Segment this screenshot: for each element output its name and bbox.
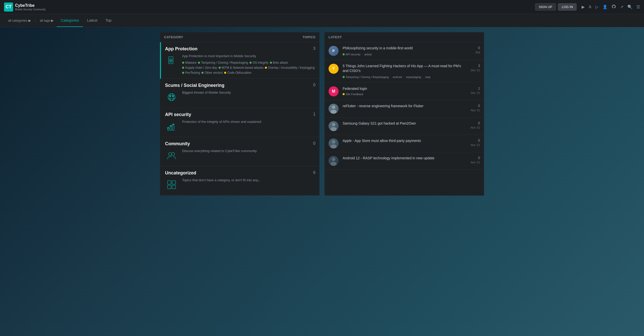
category-count-api: 1: [313, 112, 315, 117]
tag-list-app-protection: Malware Tampering / Cloning / Repackagin…: [182, 61, 315, 74]
logo-sub: Mobile Security Community: [15, 8, 46, 11]
user-icon[interactable]: 👤: [602, 5, 608, 9]
reply-date-6: Nov '21: [471, 161, 480, 164]
signup-button[interactable]: SIGN UP: [535, 3, 556, 11]
latest-title-1[interactable]: 5 Things John Learned Fighting Hackers o…: [343, 64, 468, 73]
latest-content-2: Federated login Site Feedback: [343, 86, 468, 96]
category-desc-community: Discuss everything related to CybeTribe …: [182, 149, 315, 153]
category-title-row-community: Community 0: [165, 141, 315, 146]
svg-point-20: [331, 110, 337, 114]
tag-mitm[interactable]: MiTM & Network-based attacks: [219, 66, 264, 69]
meta-tag-1-category[interactable]: Tampering / Cloning / Repackaging: [343, 76, 389, 79]
tab-top[interactable]: Top: [101, 14, 115, 27]
category-body-app-protection: App Protection is most important in Mobi…: [165, 54, 315, 74]
svg-rect-17: [168, 185, 171, 189]
logo-icon[interactable]: CT: [4, 3, 13, 12]
latest-title-5[interactable]: Apple - App Store must allow third-party…: [343, 138, 468, 143]
latest-content-4: Samsung Galaxy S21 got hacked at Pwn2Own: [343, 121, 468, 128]
all-tags-dropdown[interactable]: all tags ▶: [37, 14, 57, 27]
latest-header: Latest: [325, 32, 484, 42]
tab-latest[interactable]: Latest: [83, 14, 101, 27]
category-icon-scums: [165, 91, 178, 104]
topic-tag-1-1[interactable]: repackaging: [406, 76, 421, 79]
reply-date-5: Nov '21: [471, 143, 480, 146]
category-name-api[interactable]: API security: [165, 112, 191, 117]
search-icon[interactable]: 🔍: [627, 5, 632, 9]
category-name-community[interactable]: Community: [165, 141, 190, 146]
menu-icon[interactable]: ☰: [636, 5, 640, 9]
svg-point-2: [170, 60, 171, 61]
latest-meta-0: API security · article: [343, 52, 472, 56]
latest-content-5: Apple - App Store must allow third-party…: [343, 138, 468, 145]
svg-point-25: [332, 158, 335, 161]
tag-dot-os-integrity: [250, 62, 252, 64]
tag-code-obfuscation[interactable]: Code Obfuscation: [224, 71, 251, 74]
svg-point-3: [168, 94, 175, 101]
meta-dot-2: [343, 93, 345, 95]
latest-item-5: Apple - App Store must allow third-party…: [325, 135, 484, 152]
tag-pentesting[interactable]: PenTesting: [182, 71, 200, 74]
category-name-uncategorized[interactable]: Uncategorized: [165, 170, 196, 176]
tags-chevron-icon: ▶: [51, 19, 54, 22]
tag-os-integrity[interactable]: OS integrity: [250, 61, 268, 64]
latest-title-4[interactable]: Samsung Galaxy S21 got hacked at Pwn2Own: [343, 121, 468, 126]
tab-categories[interactable]: Categories: [57, 14, 83, 27]
category-icon-community: [165, 149, 178, 162]
latest-title-0[interactable]: Philosophizing security in a mobile-firs…: [343, 46, 472, 51]
youtube-icon[interactable]: ▶: [582, 5, 585, 9]
tag-malware[interactable]: Malware: [182, 61, 196, 64]
tag-bots[interactable]: Bots attack: [270, 61, 288, 64]
reply-date-0: 25d: [475, 51, 480, 54]
svg-point-12: [173, 124, 174, 125]
main-container: Category Topics App Protection 3: [156, 27, 488, 201]
tag-dot-code-obfuscation: [224, 72, 226, 74]
latest-right-5: 0 Nov '21: [471, 138, 480, 146]
tag-dot-supply-chain: [182, 67, 184, 69]
category-icon-api: [165, 120, 178, 133]
latest-content-0: Philosophizing security in a mobile-firs…: [343, 46, 472, 56]
reply-count-0: 0: [475, 46, 480, 50]
github-icon[interactable]: [612, 4, 616, 10]
appstore-icon[interactable]: A: [589, 5, 591, 9]
header: CT CybeTribe Mobile Security Community S…: [0, 0, 644, 14]
svg-point-4: [170, 94, 174, 101]
category-row-api: API security 1 Protection of: [160, 108, 319, 137]
external-link-icon[interactable]: ↗: [620, 5, 623, 9]
latest-title-3[interactable]: reFlutter - reverse engineering framewor…: [343, 104, 468, 109]
latest-title-6[interactable]: Android 12 - RASP technology implemented…: [343, 156, 468, 161]
category-row-app-protection: App Protection 3 App Protection is most …: [160, 42, 319, 79]
category-body-scums: Biggest threats of Mobile Security: [165, 91, 315, 104]
svg-point-11: [170, 125, 171, 126]
latest-panel: Latest P Philosophizing security in a mo…: [325, 32, 484, 196]
reply-date-3: Nov '21: [471, 109, 480, 112]
tag-overlay[interactable]: Overlay / Accessibility / Keylogging: [265, 66, 314, 69]
topic-tag-0[interactable]: article: [365, 53, 372, 56]
tag-tampering[interactable]: Tampering / Cloning / Repackaging: [198, 61, 248, 64]
nav-bar: all categories ▶ | all tags ▶ Categories…: [0, 14, 644, 27]
meta-tag-2-category[interactable]: Site Feedback: [343, 93, 363, 96]
category-name-app-protection[interactable]: App Protection: [165, 46, 197, 52]
all-categories-dropdown[interactable]: all categories ▶: [5, 14, 34, 27]
category-name-scums[interactable]: Scums / Social Engineering: [165, 83, 224, 88]
topic-tag-1-0[interactable]: android: [393, 76, 402, 79]
meta-tag-0-category[interactable]: API security: [343, 53, 360, 56]
login-button[interactable]: LOG IN: [558, 3, 577, 11]
category-row-scums: Scums / Social Engineering 0 Biggest thr…: [160, 79, 319, 108]
topic-tag-1-2[interactable]: rasp: [425, 76, 430, 79]
reply-date-2: Dec '21: [471, 91, 480, 94]
tag-dot-tampering: [198, 62, 200, 64]
topics-col-label: Topics: [303, 35, 315, 39]
panel-header: Category Topics: [160, 32, 319, 42]
playstore-icon[interactable]: ▷: [595, 5, 598, 9]
latest-item-4: Samsung Galaxy S21 got hacked at Pwn2Own…: [325, 118, 484, 135]
tag-other-vectors[interactable]: Other vectors: [202, 71, 223, 74]
tag-supply-chain[interactable]: Supply chain / Zero-day: [182, 66, 217, 69]
latest-title-2[interactable]: Federated login: [343, 86, 468, 91]
latest-right-3: 0 Nov '21: [471, 104, 480, 112]
svg-point-5: [170, 96, 171, 97]
reply-date-4: Nov '21: [471, 126, 480, 129]
tag-dot-mitm: [219, 67, 221, 69]
avatar-6: [329, 156, 339, 166]
svg-point-10: [168, 127, 169, 128]
latest-item-2: M Federated login Site Feedback 1 Dec '2…: [325, 83, 484, 100]
